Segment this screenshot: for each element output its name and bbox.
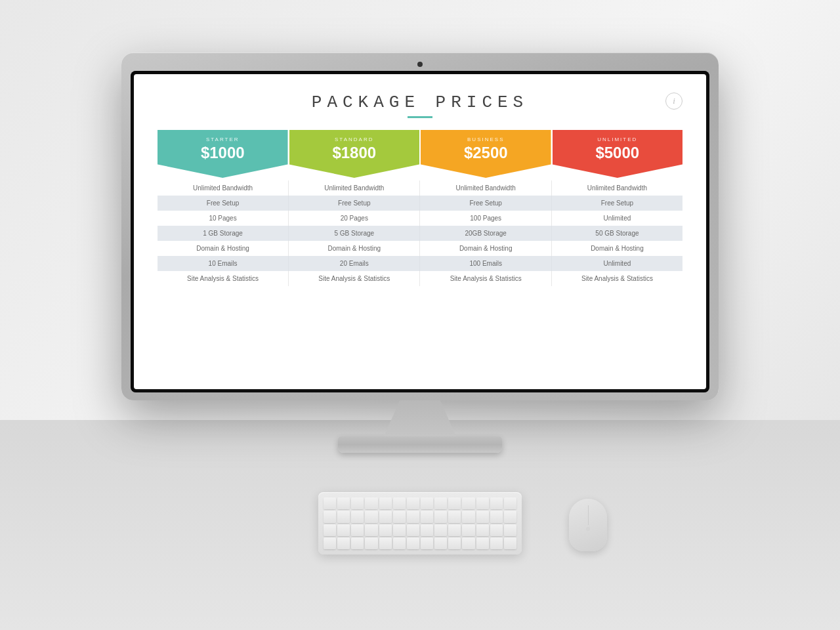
key: [434, 524, 447, 536]
key: [448, 497, 461, 509]
key: [351, 537, 364, 549]
key: [462, 511, 474, 522]
monitor-stand-base: [338, 436, 502, 453]
key: [393, 497, 406, 509]
feature-cell: 100 Emails: [420, 256, 551, 271]
key: [434, 537, 447, 549]
key: [324, 497, 336, 509]
keyboard-keys: [324, 497, 516, 549]
key: [324, 537, 336, 549]
key: [393, 511, 406, 522]
feature-cell: Site Analysis & Statistics: [158, 271, 289, 286]
feature-cell: Unlimited: [551, 211, 682, 226]
table-row: Domain & Hosting Domain & Hosting Domain…: [158, 241, 682, 256]
feature-cell: 20GB Storage: [420, 226, 551, 241]
screen: PACKAGE PRICES i STARTER $1000: [134, 74, 706, 389]
feature-cell: Site Analysis & Statistics: [551, 271, 682, 286]
feature-cell: 20 Pages: [289, 211, 420, 226]
feature-cell: 50 GB Storage: [551, 226, 682, 241]
page-title: PACKAGE PRICES: [158, 93, 682, 112]
price-standard: $1800: [332, 144, 376, 161]
key: [462, 524, 474, 536]
key: [407, 537, 419, 549]
feature-cell: Free Setup: [289, 196, 420, 211]
label-starter: STARTER: [163, 136, 283, 142]
table-row: 10 Pages 20 Pages 100 Pages Unlimited: [158, 211, 682, 226]
info-button[interactable]: i: [665, 93, 682, 110]
scene: PACKAGE PRICES i STARTER $1000: [0, 0, 840, 630]
key: [504, 537, 516, 549]
key: [490, 511, 503, 522]
key: [504, 497, 516, 509]
key: [351, 497, 364, 509]
keyboard: [318, 492, 522, 555]
key: [448, 524, 461, 536]
key: [490, 537, 503, 549]
table-row: Site Analysis & Statistics Site Analysis…: [158, 271, 682, 286]
feature-cell: Domain & Hosting: [551, 241, 682, 256]
key: [337, 524, 350, 536]
key: [365, 511, 377, 522]
feature-cell: 10 Emails: [158, 256, 289, 271]
key: [476, 524, 489, 536]
key: [324, 511, 336, 522]
camera-dot: [417, 62, 423, 67]
page-title-section: PACKAGE PRICES i: [158, 93, 682, 118]
key: [504, 524, 516, 536]
key: [379, 537, 392, 549]
package-headers: STARTER $1000 STANDARD $1800: [158, 130, 682, 178]
table-row: Free Setup Free Setup Free Setup Free Se…: [158, 196, 682, 211]
key: [365, 497, 377, 509]
table-row: 1 GB Storage 5 GB Storage 20GB Storage 5…: [158, 226, 682, 241]
feature-cell: Domain & Hosting: [289, 241, 420, 256]
table-row: Unlimited Bandwidth Unlimited Bandwidth …: [158, 180, 682, 196]
key: [379, 511, 392, 522]
key: [407, 511, 419, 522]
mouse-divider: [588, 505, 589, 525]
key: [434, 511, 447, 522]
price-starter: $1000: [201, 144, 245, 161]
key: [324, 524, 336, 536]
key: [337, 537, 350, 549]
package-header-unlimited: UNLIMITED $5000: [553, 130, 683, 178]
price-unlimited: $5000: [595, 144, 639, 161]
feature-cell: 5 GB Storage: [289, 226, 420, 241]
feature-cell: Free Setup: [158, 196, 289, 211]
key: [476, 497, 489, 509]
key: [393, 537, 406, 549]
key: [351, 511, 364, 522]
feature-cell: Free Setup: [551, 196, 682, 211]
key: [337, 497, 350, 509]
feature-cell: Unlimited Bandwidth: [158, 180, 289, 196]
label-unlimited: UNLIMITED: [558, 136, 678, 142]
key: [407, 524, 419, 536]
package-header-business: BUSINESS $2500: [421, 130, 551, 178]
monitor-stand-neck: [384, 400, 456, 436]
features-table: Unlimited Bandwidth Unlimited Bandwidth …: [158, 180, 682, 286]
key: [490, 497, 503, 509]
feature-cell: 1 GB Storage: [158, 226, 289, 241]
key: [379, 524, 392, 536]
feature-cell: Site Analysis & Statistics: [289, 271, 420, 286]
key: [351, 524, 364, 536]
key: [379, 497, 392, 509]
label-business: BUSINESS: [426, 136, 546, 142]
key: [421, 524, 433, 536]
mouse-scroll-wheel: [586, 527, 590, 531]
key: [393, 524, 406, 536]
key: [448, 511, 461, 522]
package-header-standard: STANDARD $1800: [289, 130, 420, 178]
key: [421, 537, 433, 549]
table-row: 10 Emails 20 Emails 100 Emails Unlimited: [158, 256, 682, 271]
mouse: [569, 499, 607, 551]
feature-cell: Unlimited Bandwidth: [551, 180, 682, 196]
key: [448, 537, 461, 549]
key: [365, 537, 377, 549]
monitor-bezel: PACKAGE PRICES i STARTER $1000: [121, 52, 719, 400]
key: [462, 497, 474, 509]
banner-starter: STARTER $1000: [158, 130, 288, 178]
feature-cell: Unlimited Bandwidth: [420, 180, 551, 196]
feature-cell: Domain & Hosting: [420, 241, 551, 256]
feature-cell: Domain & Hosting: [158, 241, 289, 256]
monitor-assembly: PACKAGE PRICES i STARTER $1000: [121, 52, 719, 453]
